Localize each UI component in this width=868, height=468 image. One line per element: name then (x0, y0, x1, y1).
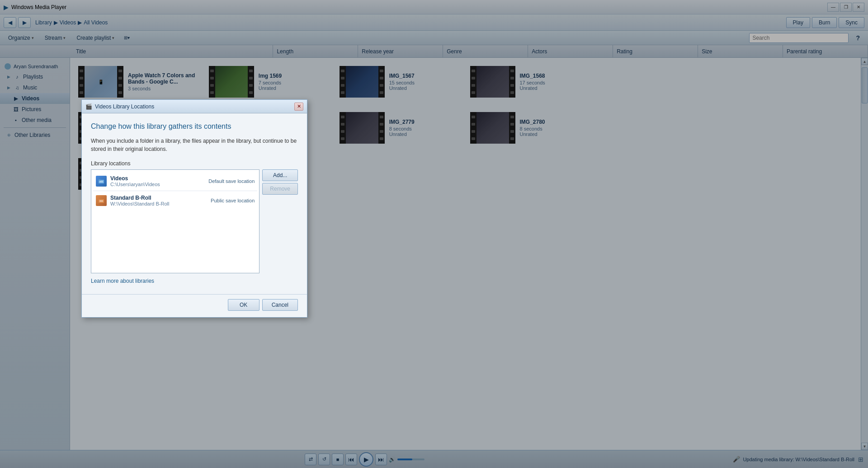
location-icon (96, 195, 107, 206)
dialog-description: When you include a folder in a library, … (91, 137, 298, 153)
dialog-title-text: Videos Library Locations (95, 103, 154, 110)
dialog-locations-area: Videos C:\Users\aryan\Videos Default sav… (91, 169, 298, 273)
location-icon (96, 176, 107, 187)
locations-list: Videos C:\Users\aryan\Videos Default sav… (91, 169, 259, 273)
dialog-title-bar: 🎬 Videos Library Locations ✕ (82, 100, 307, 113)
dialog-close-button[interactable]: ✕ (294, 103, 303, 111)
add-location-button[interactable]: Add... (262, 169, 298, 181)
learn-more-link[interactable]: Learn more about libraries (91, 278, 154, 284)
location-name: Videos (110, 175, 205, 182)
svg-rect-4 (99, 200, 103, 202)
dialog-footer: OK Cancel (82, 294, 307, 317)
location-item[interactable]: Standard B-Roll W:\Videos\Standard B-Rol… (93, 191, 257, 210)
dialog-title-icon: 🎬 (85, 103, 92, 110)
cancel-button[interactable]: Cancel (262, 299, 298, 311)
dialog-body: Change how this library gathers its cont… (82, 113, 307, 291)
location-details: Videos C:\Users\aryan\Videos (110, 175, 205, 187)
dialog-title-left: 🎬 Videos Library Locations (85, 103, 154, 110)
dialog-heading: Change how this library gathers its cont… (91, 122, 298, 131)
locations-buttons: Add... Remove (262, 169, 298, 273)
svg-rect-1 (99, 179, 101, 181)
dialog: 🎬 Videos Library Locations ✕ Change how … (81, 99, 307, 318)
location-save-type: Public save location (211, 198, 255, 203)
ok-button[interactable]: OK (228, 299, 259, 311)
location-save-type: Default save location (208, 178, 255, 184)
location-details: Standard B-Roll W:\Videos\Standard B-Rol… (110, 195, 207, 206)
location-name: Standard B-Roll (110, 195, 207, 201)
dialog-locations-label: Library locations (91, 160, 298, 167)
location-path: W:\Videos\Standard B-Roll (110, 201, 207, 206)
location-path: C:\Users\aryan\Videos (110, 182, 205, 187)
location-item[interactable]: Videos C:\Users\aryan\Videos Default sav… (93, 172, 257, 191)
remove-location-button[interactable]: Remove (262, 183, 298, 195)
dialog-overlay: 🎬 Videos Library Locations ✕ Change how … (0, 0, 868, 468)
svg-rect-2 (99, 181, 103, 183)
